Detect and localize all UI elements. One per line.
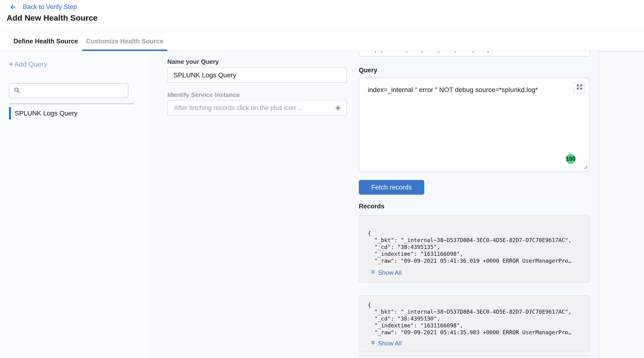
- tab-bar: Define Health Source Customize Health So…: [0, 32, 644, 51]
- query-results-column: Query index=_internal " error " NOT debu…: [356, 51, 599, 358]
- page-header: Back to Verify Step Add New Health Sourc…: [0, 0, 644, 51]
- add-query-label: Add Query: [14, 60, 47, 68]
- record-card: { "_bkt": "_internal~38~D537D8B4-3EC0-4D…: [359, 215, 590, 283]
- right-panel-margin: [599, 51, 644, 358]
- back-link[interactable]: Back to Verify Step: [9, 3, 77, 11]
- records-label: Records: [359, 203, 384, 210]
- fullscreen-expand-icon: [576, 84, 583, 91]
- query-text[interactable]: index=_internal " error " NOT debug sour…: [368, 86, 563, 94]
- tab-customize-health-source[interactable]: Customize Health Source: [82, 32, 168, 51]
- query-sidebar: + Add Query SPLUNK Logs Query: [0, 51, 149, 358]
- record-card: { "_bkt": "_internal~38~D537D8B4-3EC0-4D…: [359, 295, 590, 352]
- selected-indicator-bar: [9, 107, 11, 119]
- record-card-cut-off: [359, 355, 590, 358]
- resize-handle-icon[interactable]: [583, 165, 588, 170]
- plus-icon: +: [8, 60, 14, 68]
- show-all-link[interactable]: Show All: [370, 340, 402, 347]
- identify-service-instance-label: Identify Service Instance: [167, 91, 240, 99]
- double-chevron-down-icon: [370, 269, 376, 277]
- expand-query-button[interactable]: [574, 82, 585, 93]
- service-instance-placeholder: After fetching records click on the plus…: [174, 104, 334, 112]
- back-arrow-icon: [9, 3, 17, 11]
- query-label: Query: [359, 67, 377, 74]
- record-json: { "_bkt": "_internal~38~D537D8B4-3EC0-4D…: [368, 302, 572, 336]
- add-service-instance-plus-icon[interactable]: [334, 104, 342, 112]
- page-title: Add New Health Source: [7, 13, 98, 22]
- double-chevron-down-icon: [370, 340, 376, 347]
- sidebar-item-splunk-logs-query[interactable]: SPLUNK Logs Query: [9, 107, 78, 119]
- search-input[interactable]: [24, 87, 124, 94]
- show-all-link[interactable]: Show All: [370, 269, 402, 277]
- query-form-column: Name your Query Identify Service Instanc…: [149, 51, 356, 358]
- fetch-records-button[interactable]: Fetch records: [359, 180, 424, 195]
- record-count-badge: 100: [566, 154, 576, 164]
- add-query-button[interactable]: + Add Query: [8, 60, 47, 68]
- sidebar-divider: [9, 104, 134, 104]
- query-name-input[interactable]: [167, 67, 347, 83]
- content-area: + Add Query SPLUNK Logs Query Name your …: [0, 51, 644, 358]
- back-link-label[interactable]: Back to Verify Step: [23, 3, 77, 11]
- query-search-box[interactable]: [9, 83, 128, 98]
- tab-define-health-source[interactable]: Define Health Source: [10, 32, 82, 51]
- record-json: { "_bkt": "_internal~38~D537D8B4-3EC0-4D…: [368, 230, 572, 264]
- query-editor[interactable]: index=_internal " error " NOT debug sour…: [359, 77, 590, 172]
- search-icon: [14, 87, 20, 94]
- cut-off-input[interactable]: [359, 51, 590, 56]
- query-item-label: SPLUNK Logs Query: [15, 109, 78, 117]
- name-your-query-label: Name your Query: [167, 58, 219, 65]
- clipped-text-fragment: [375, 51, 376, 53]
- service-instance-input[interactable]: After fetching records click on the plus…: [167, 100, 347, 116]
